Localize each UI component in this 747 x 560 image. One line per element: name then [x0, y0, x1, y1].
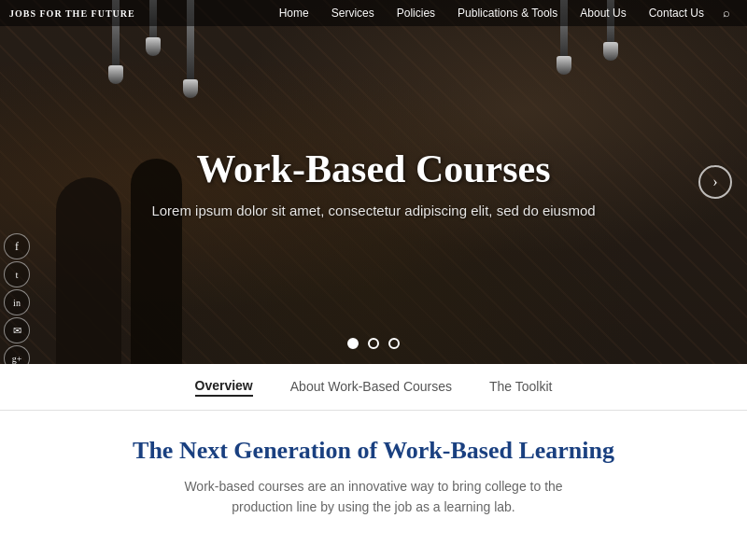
twitter-button[interactable]: t	[4, 261, 30, 287]
subnav-toolkit[interactable]: The Toolkit	[489, 379, 552, 396]
social-sidebar: f t in ✉ g+	[0, 233, 30, 364]
main-section-description: Work-based courses are an innovative way…	[177, 476, 570, 518]
nav-links: Home Services Policies Publications & To…	[268, 0, 715, 26]
nav-item-contact[interactable]: Contact Us	[638, 0, 715, 26]
linkedin-button[interactable]: in	[4, 289, 30, 315]
carousel-dot-2[interactable]	[368, 338, 379, 349]
hero-subtitle: Lorem ipsum dolor sit amet, consectetur …	[75, 203, 672, 218]
carousel-dot-1[interactable]	[347, 338, 359, 349]
subnav-about-courses[interactable]: About Work-Based Courses	[290, 379, 452, 396]
hero-content: Work-Based Courses Lorem ipsum dolor sit…	[75, 147, 672, 218]
sub-navigation: Overview About Work-Based Courses The To…	[0, 364, 747, 411]
hero-title: Work-Based Courses	[75, 147, 672, 191]
chevron-right-icon: ›	[712, 174, 717, 190]
site-logo: JOBS FOR THE FUTURE	[9, 8, 135, 19]
carousel-next-button[interactable]: ›	[698, 165, 732, 199]
nav-item-policies[interactable]: Policies	[386, 0, 446, 26]
carousel-dots	[347, 338, 400, 349]
email-button[interactable]: ✉	[4, 317, 30, 343]
main-nav: JOBS FOR THE FUTURE Home Services Polici…	[0, 0, 747, 26]
nav-item-services[interactable]: Services	[320, 0, 386, 26]
main-section-title: The Next Generation of Work-Based Learni…	[19, 437, 728, 465]
nav-item-about[interactable]: About Us	[569, 0, 637, 26]
nav-item-home[interactable]: Home	[268, 0, 320, 26]
nav-item-publications[interactable]: Publications & Tools	[446, 0, 569, 26]
carousel-dot-3[interactable]	[388, 338, 400, 349]
facebook-button[interactable]: f	[4, 233, 30, 259]
main-content-section: The Next Generation of Work-Based Learni…	[0, 411, 747, 537]
search-icon[interactable]: ⌕	[715, 6, 738, 21]
hero-section: f t in ✉ g+ Work-Based Courses Lorem ips…	[0, 0, 747, 364]
googleplus-button[interactable]: g+	[4, 345, 30, 364]
subnav-overview[interactable]: Overview	[195, 378, 253, 397]
